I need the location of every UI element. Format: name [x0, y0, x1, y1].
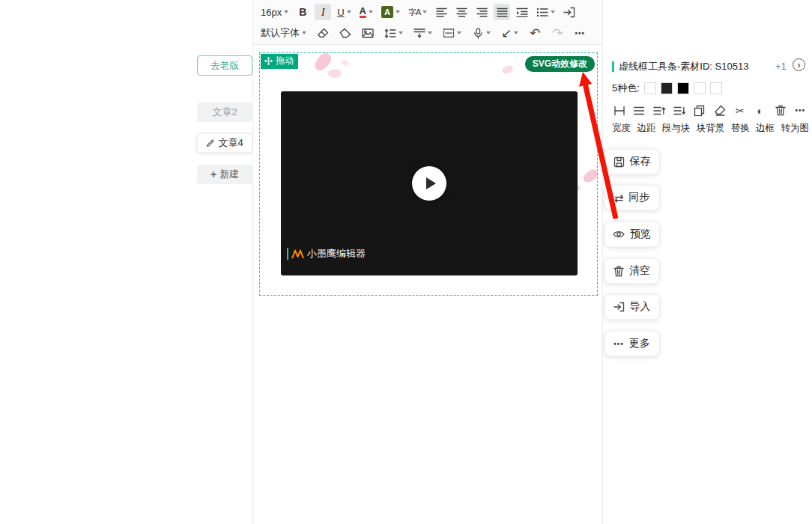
color-swatch[interactable]	[710, 82, 722, 94]
font-color-button[interactable]: A	[357, 4, 375, 20]
border-label[interactable]: 边框	[756, 122, 775, 135]
clear-format-button[interactable]	[315, 25, 331, 41]
redo-button[interactable]: ↷	[549, 25, 566, 41]
italic-button[interactable]: I	[315, 4, 331, 20]
paragraph-block-tool-button[interactable]	[652, 103, 667, 118]
width-label[interactable]: 宽度	[612, 122, 631, 135]
ordered-list-icon	[536, 7, 548, 17]
drag-handle[interactable]: 拖动	[261, 54, 298, 69]
outdent-button[interactable]	[561, 4, 578, 20]
chevron-down-icon	[428, 31, 432, 34]
paragraph-block-label[interactable]: 段与块	[662, 122, 691, 135]
chevron-down-icon	[551, 10, 555, 13]
tools-more-button[interactable]: •••	[793, 103, 808, 118]
highlight-color-button[interactable]: A	[379, 4, 402, 20]
block-tools-labels: 宽度 边距 段与块 块背景 替换 边框 转为图	[612, 122, 809, 135]
editor-canvas[interactable]: 拖动 SVG动效修改 小墨鹰编辑器	[252, 45, 603, 524]
undo-button[interactable]: ↶	[527, 25, 543, 41]
color-swatch[interactable]	[644, 82, 656, 94]
chevron-down-icon	[302, 31, 306, 34]
material-title: 虚线框工具条-素材ID: S10513	[619, 60, 748, 73]
svg-animation-edit-badge[interactable]: SVG动效修改	[525, 56, 595, 72]
dashed-frame-icon	[443, 28, 455, 38]
save-button[interactable]: 保存	[605, 149, 659, 174]
line-height-icon	[384, 28, 396, 39]
align-center-button[interactable]	[453, 4, 470, 20]
material-panel: 虚线框工具条-素材ID: S10513 +1 › 5种色: ✂	[603, 45, 812, 524]
color-swatch[interactable]	[661, 82, 673, 94]
toolbar-row-2: 默认字体 ↙ ↶ ↷ ••	[258, 24, 599, 42]
list-button[interactable]	[534, 4, 557, 20]
toolbar-more-button[interactable]: •••	[572, 25, 588, 41]
undo-icon: ↶	[530, 27, 540, 40]
chevron-down-icon	[369, 10, 373, 13]
format-painter-icon	[339, 28, 351, 38]
import-icon	[613, 302, 625, 312]
block-background-icon	[673, 105, 686, 117]
eye-icon	[613, 230, 625, 239]
to-image-label[interactable]: 转为图	[781, 122, 809, 135]
bold-button[interactable]: B	[294, 4, 311, 20]
margin-label[interactable]: 边距	[637, 122, 655, 135]
align-right-button[interactable]	[473, 4, 490, 20]
contrast-icon: ◐	[757, 106, 763, 116]
sync-icon: ⇄	[614, 192, 624, 204]
play-button[interactable]	[412, 166, 446, 201]
accent-bar	[612, 61, 614, 72]
text-cursor	[287, 248, 288, 260]
delete-tool-button[interactable]	[773, 103, 787, 118]
chevron-down-icon	[514, 31, 518, 34]
block-tools-row: ✂ ◐ •••	[612, 103, 808, 118]
text-style-button[interactable]: 字A	[406, 4, 429, 20]
chevron-down-icon	[486, 31, 491, 34]
dashed-frame-button[interactable]	[440, 25, 464, 41]
chevron-down-icon	[396, 10, 400, 13]
font-family-select[interactable]: 默认字体	[258, 25, 309, 41]
format-toolbar: 16px B I U A A 字A 默认字体	[252, 0, 603, 45]
sidebar-item-new[interactable]: + 新建	[197, 165, 252, 184]
panel-header: 虚线框工具条-素材ID: S10513	[612, 60, 748, 73]
block-background-tool-button[interactable]	[673, 103, 687, 118]
paragraph-spacing-icon	[413, 28, 425, 39]
color-swatch[interactable]	[694, 82, 706, 94]
trash-icon	[775, 105, 786, 116]
cut-tool-button[interactable]: ✂	[733, 103, 747, 118]
voice-button[interactable]	[470, 25, 493, 41]
toolbar-row-1: 16px B I U A A 字A	[258, 3, 599, 21]
insert-image-button[interactable]	[360, 25, 376, 41]
sync-button[interactable]: ⇄ 同步	[605, 185, 659, 210]
sidebar-item-article4[interactable]: 文章4	[197, 133, 252, 153]
paragraph-spacing-button[interactable]	[411, 25, 434, 41]
chevron-right-icon: ›	[798, 61, 801, 70]
clear-button[interactable]: 清空	[605, 258, 659, 284]
align-justify-icon	[497, 7, 508, 17]
border-tool-button[interactable]: ◐	[753, 103, 767, 118]
font-size-select[interactable]: 16px	[258, 4, 291, 20]
color-swatch[interactable]	[677, 82, 689, 94]
align-left-button[interactable]	[433, 4, 449, 20]
go-old-version-button[interactable]: 去老版	[197, 55, 252, 76]
align-right-icon	[476, 7, 488, 17]
format-painter-button[interactable]	[337, 25, 354, 41]
line-height-button[interactable]	[382, 25, 405, 41]
arrow-tool-button[interactable]: ↙	[499, 25, 521, 41]
block-background-label[interactable]: 块背景	[697, 122, 725, 135]
margin-tool-button[interactable]	[632, 103, 646, 118]
chevron-down-icon	[284, 10, 288, 13]
collapse-panel-button[interactable]: ›	[793, 58, 805, 71]
width-tool-button[interactable]	[612, 103, 626, 118]
more-button[interactable]: ••• 更多	[605, 331, 659, 356]
video-player[interactable]: 小墨鹰编辑器	[281, 91, 578, 275]
preview-button[interactable]: 预览	[605, 222, 659, 247]
import-button[interactable]: 导入	[605, 294, 659, 320]
font-size-value: 16px	[261, 7, 282, 18]
sidebar-item-article2[interactable]: 文章2	[197, 103, 252, 122]
indent-button[interactable]	[514, 4, 530, 20]
selected-material-block[interactable]: 拖动 SVG动效修改 小墨鹰编辑器	[259, 52, 598, 296]
erase-tool-button[interactable]	[712, 103, 727, 118]
align-justify-button[interactable]	[494, 4, 510, 20]
align-left-icon	[436, 7, 447, 17]
replace-label[interactable]: 替换	[731, 122, 750, 135]
underline-button[interactable]: U	[335, 4, 353, 20]
replace-tool-button[interactable]	[693, 103, 707, 118]
